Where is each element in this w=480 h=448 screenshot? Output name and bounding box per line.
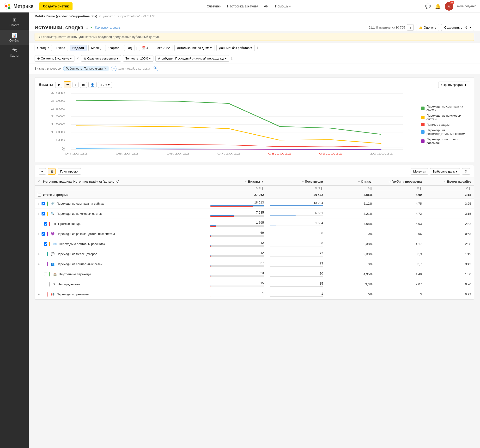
breadcrumb-site[interactable]: Metrika Demo (yandex.ru/support/metrica) — [35, 14, 97, 18]
visitors-bar-icon[interactable]: ▌ — [321, 187, 323, 190]
svg-text:1 000: 1 000 — [51, 131, 65, 133]
row-depth: 2,07 — [375, 279, 425, 289]
expand-btn[interactable]: + — [38, 202, 40, 206]
table-section: ≡ ⊞ Группировки Метрики Выберите цель ▾ … — [35, 165, 474, 300]
period-year-btn[interactable]: Год — [124, 45, 134, 51]
attribution-info-icon[interactable]: ℹ — [231, 57, 233, 60]
nav-account-settings[interactable]: Настройка аккаунта — [227, 4, 258, 8]
green-dot: ● — [91, 26, 92, 29]
person-chart-btn[interactable]: 👤 — [88, 82, 97, 88]
period-quarter-btn[interactable]: Квартал — [105, 45, 122, 51]
segment-btn[interactable]: ⊙ Сегмент: 1 условие ▾ — [35, 55, 74, 62]
legend-item-1[interactable]: Переходы из поисковых систем — [421, 114, 470, 121]
sidebar-item-reports[interactable]: 📊 Отчёты — [0, 30, 29, 45]
expand-btn[interactable]: + — [38, 252, 40, 256]
col-depth-header[interactable]: ○ Глубина просмотра — [375, 178, 425, 186]
expand-btn[interactable]: + — [38, 262, 40, 266]
visits-percent-icon[interactable]: ⊙ — [255, 187, 258, 190]
total-time: 3:18 — [424, 191, 474, 199]
metrics-btn[interactable]: Метрики — [411, 168, 428, 175]
row-bounces: 2,38% — [326, 239, 375, 249]
bounces-circle-icon[interactable]: ⊙ — [367, 187, 370, 190]
col-time-header[interactable]: ○ Время на сайте — [424, 178, 474, 186]
period-yesterday-btn[interactable]: Вчера — [54, 45, 68, 51]
data-filter-btn[interactable]: Данные: без роботов ▾ — [216, 45, 255, 51]
line-chart-btn[interactable]: 〜 — [64, 81, 71, 88]
row-checkbox[interactable] — [44, 242, 47, 246]
table-settings-btn[interactable]: ⚙ — [462, 168, 470, 175]
visits-bar-icon[interactable]: ▌ — [262, 187, 264, 190]
time-bar-icon[interactable]: ▌ — [469, 187, 471, 190]
table-view-btn[interactable]: ≡ — [39, 168, 46, 175]
segment-tag-close[interactable]: ✕ — [104, 67, 107, 70]
sort-icon: ▼ — [261, 180, 264, 183]
chat-icon[interactable]: 💬 — [425, 3, 431, 9]
rate-button[interactable]: 👍 Оценить — [416, 24, 439, 31]
row-time: 1:19 — [424, 249, 474, 259]
legend-item-2[interactable]: Прямые заходы — [421, 123, 470, 126]
date-range-btn[interactable]: 📅 4 — 10 окт 2022 — [139, 45, 172, 51]
accuracy-btn[interactable]: Точность: 100% ▾ — [123, 55, 154, 62]
detail-btn[interactable]: Детализация: по дням ▾ — [174, 45, 214, 51]
data-info-icon[interactable]: ℹ — [257, 46, 258, 50]
table-view-btn-2[interactable]: ⊞ — [48, 168, 56, 175]
row-visitors: 66 — [267, 229, 326, 239]
row-checkbox[interactable] — [42, 212, 45, 215]
bar-chart-btn[interactable]: ≡ — [72, 82, 79, 88]
depth-circle-icon[interactable]: ⊙ — [417, 187, 419, 190]
avatar[interactable]: 99 — [445, 2, 453, 11]
row-time: 0:20 — [424, 279, 474, 289]
grouping-btn[interactable]: Группировки — [58, 168, 81, 175]
col-visits-header[interactable]: ○ Визиты ▼ — [207, 178, 267, 186]
period-today-btn[interactable]: Сегодня — [35, 45, 52, 51]
nav-api[interactable]: API — [264, 4, 269, 8]
create-counter-button[interactable]: Создать счётик — [39, 2, 72, 10]
col-visitors-header[interactable]: ○ Посетители — [267, 178, 326, 186]
attribution-btn[interactable]: Атрибуция: Последний значимый переход к/… — [155, 55, 229, 62]
period-month-btn[interactable]: Месяц — [88, 45, 103, 51]
col-bounces-header[interactable]: ○ Отказы — [326, 178, 375, 186]
source-col-checkbox[interactable]: ✓ — [38, 180, 40, 183]
info-icon[interactable]: ℹ — [86, 26, 88, 29]
legend-item-4[interactable]: Переходы с почтовых рассылок — [421, 138, 470, 145]
main-content: Metrika Demo (yandex.ru/support/metrica)… — [29, 13, 480, 448]
bounces-bar-icon[interactable]: ▌ — [371, 187, 372, 190]
how-to-link[interactable]: Как использовать — [95, 26, 120, 29]
add-segment-filter-btn[interactable]: + — [111, 66, 116, 71]
nav-help[interactable]: Помощь ▾ — [275, 4, 291, 8]
legend-item-3[interactable]: Переходы из рекомендательных систем — [421, 128, 470, 136]
nav-counters[interactable]: Счётчики — [207, 4, 221, 8]
expand-btn[interactable]: + — [38, 232, 40, 236]
row-checkbox[interactable] — [42, 202, 45, 205]
sidebar-item-maps[interactable]: 🗺 Карты — [0, 45, 29, 60]
refresh-chart-btn[interactable]: ↻ — [55, 82, 62, 88]
row-checkbox[interactable] — [44, 222, 47, 226]
save-report-button[interactable]: Сохранить отчёт ▾ — [441, 24, 474, 31]
add-people-filter-btn[interactable]: + — [153, 66, 158, 71]
depth-bar-icon[interactable]: ▌ — [420, 187, 422, 190]
compare-btn[interactable]: ◎ Сравнить сегменты ▾ — [81, 55, 121, 62]
legend-label-3: Переходы из рекомендательных систем — [426, 128, 470, 136]
depth-icons-subheader: ⊙ ▌ — [375, 186, 425, 191]
time-circle-icon[interactable]: ⊙ — [466, 187, 468, 190]
sidebar-item-label-reports: Отчёты — [9, 39, 20, 42]
svg-text:2 000: 2 000 — [51, 115, 65, 118]
series-count-btn[interactable]: ● 7/7 ▾ — [98, 82, 112, 88]
expand-btn[interactable]: + — [38, 292, 40, 296]
share-button[interactable]: ↑ — [407, 24, 414, 31]
row-checkbox[interactable] — [42, 232, 45, 236]
row-checkbox[interactable] — [44, 273, 47, 276]
period-week-btn[interactable]: Неделя — [70, 45, 87, 51]
legend-item-0[interactable]: Переходы по ссылкам на сайтах — [421, 105, 470, 112]
notification-icon[interactable]: 🔔 — [435, 3, 441, 9]
total-checkbox[interactable] — [38, 193, 41, 197]
total-bounces: 4,55% — [326, 191, 375, 199]
grid-chart-btn[interactable]: ⊞ — [80, 82, 87, 88]
hide-chart-btn[interactable]: Скрыть график ▲ — [438, 82, 470, 88]
sidebar-item-summary[interactable]: ⊞ Сводка — [0, 14, 29, 30]
choose-goal-btn[interactable]: Выберите цель ▾ — [430, 168, 460, 175]
segment-close-icon[interactable]: ✕ — [76, 57, 79, 60]
expand-btn[interactable]: + — [38, 212, 40, 216]
row-icon: 🔍 — [51, 212, 55, 215]
visitors-circle-icon[interactable]: ⊙ — [315, 187, 317, 190]
